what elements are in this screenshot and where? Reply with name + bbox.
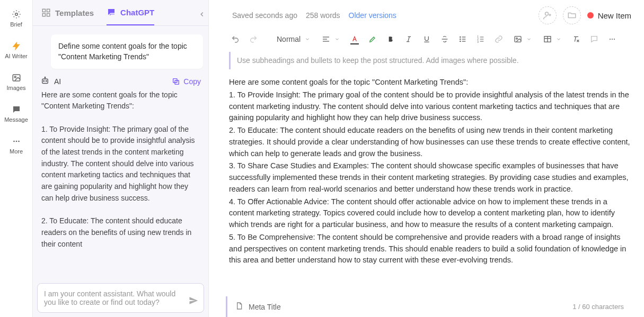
doc-paragraph: 2. To Educate: The content should educat… — [229, 125, 631, 159]
rail-ai-writer[interactable]: AI Writer — [0, 39, 32, 61]
saved-status: Saved seconds ago — [232, 11, 297, 20]
editor-topbar: Saved seconds ago 258 words Older versio… — [209, 0, 644, 26]
svg-point-4 — [15, 141, 17, 142]
add-collaborator-button[interactable] — [539, 6, 557, 24]
new-item-label: New Item — [598, 11, 631, 20]
table-insert-select[interactable] — [539, 35, 566, 43]
ai-label: AI — [54, 77, 61, 86]
rail-label: Images — [6, 85, 25, 91]
editor-pane: Saved seconds ago 258 words Older versio… — [209, 0, 644, 317]
meta-title-label: Meta Title — [249, 303, 281, 311]
doc-paragraph: Here are some content goals for the topi… — [229, 77, 631, 88]
chat-panel: Templates ChatGPT Define some content go… — [33, 0, 209, 317]
meta-title-row[interactable]: Meta Title 1 / 60 characters — [226, 296, 631, 317]
tab-label: ChatGPT — [120, 8, 154, 17]
bold-button[interactable] — [383, 32, 398, 47]
rail-label: More — [10, 148, 23, 155]
svg-point-2 — [14, 76, 16, 78]
svg-line-25 — [408, 37, 410, 41]
underline-button[interactable] — [419, 32, 434, 47]
robot-icon — [40, 76, 50, 87]
redo-button[interactable] — [246, 32, 261, 47]
svg-point-3 — [13, 141, 15, 142]
more-toolbar-button[interactable] — [605, 32, 620, 47]
chevron-down-icon — [526, 37, 532, 42]
meta-char-count: 1 / 60 characters — [572, 303, 624, 311]
word-count: 258 words — [306, 11, 340, 20]
user-message: Define some content goals for the topic … — [51, 34, 203, 69]
collapse-panel-button[interactable] — [195, 7, 209, 21]
doc-paragraph: 5. To Be Comprehensive: The content shou… — [229, 232, 631, 266]
doc-paragraph: 4. To Offer Actionable Advice: The conte… — [229, 196, 631, 231]
svg-point-29 — [460, 39, 461, 39]
svg-rect-9 — [47, 14, 50, 16]
link-button[interactable] — [491, 32, 506, 47]
copy-button[interactable]: Copy — [172, 77, 201, 86]
document-body[interactable]: Use subheadings and bullets to keep the … — [209, 52, 644, 292]
align-select[interactable] — [317, 35, 344, 43]
structure-hint: Use subheadings and bullets to keep the … — [229, 52, 631, 69]
document-icon — [235, 302, 243, 312]
chat-scroll[interactable]: Define some content goals for the topic … — [33, 26, 208, 281]
ai-message-header: AI Copy — [38, 76, 203, 87]
nav-rail: Brief AI Writer Images Message More — [0, 0, 33, 317]
italic-button[interactable] — [401, 32, 416, 47]
doc-paragraph: 3. To Share Case Studies and Examples: T… — [229, 160, 631, 195]
bullet-list-button[interactable] — [455, 32, 470, 47]
svg-rect-7 — [47, 9, 50, 12]
svg-point-12 — [46, 80, 47, 81]
undo-button[interactable] — [228, 32, 243, 47]
svg-point-14 — [45, 77, 46, 78]
svg-text:3: 3 — [477, 41, 479, 43]
comment-button[interactable] — [587, 32, 602, 47]
chat-tabs: Templates ChatGPT — [33, 0, 208, 26]
rail-more[interactable]: More — [0, 134, 32, 157]
tab-templates[interactable]: Templates — [41, 8, 94, 25]
new-item-button[interactable]: New Item — [587, 11, 631, 20]
rail-message[interactable]: Message — [0, 103, 32, 125]
svg-point-0 — [15, 13, 17, 16]
svg-point-45 — [610, 39, 611, 40]
add-folder-button[interactable] — [563, 6, 581, 24]
tab-chatgpt[interactable]: ChatGPT — [107, 7, 154, 25]
ai-message: Here are some content goals for the topi… — [38, 87, 203, 252]
rail-label: Message — [4, 116, 28, 123]
chat-input-placeholder: I am your content assistant. What would … — [44, 289, 182, 306]
chevron-down-icon — [305, 37, 310, 42]
svg-point-5 — [18, 141, 20, 142]
rail-images[interactable]: Images — [0, 71, 32, 93]
numbered-list-button[interactable]: 123 — [473, 32, 488, 47]
image-insert-select[interactable] — [509, 35, 536, 43]
chevron-down-icon — [334, 37, 340, 42]
rail-brief[interactable]: Brief — [0, 7, 32, 30]
paragraph-style-label: Normal — [277, 35, 301, 43]
strikethrough-button[interactable] — [437, 32, 452, 47]
svg-point-11 — [43, 80, 45, 81]
status-dot-icon — [587, 12, 594, 19]
send-icon[interactable] — [189, 296, 198, 307]
svg-rect-8 — [42, 14, 45, 16]
svg-point-46 — [612, 39, 613, 40]
svg-point-41 — [516, 38, 518, 39]
rail-label: AI Writer — [5, 53, 28, 59]
tab-label: Templates — [55, 8, 94, 17]
svg-rect-6 — [42, 9, 45, 12]
rail-label: Brief — [10, 21, 22, 28]
svg-point-17 — [545, 12, 548, 15]
highlight-button[interactable] — [365, 32, 380, 47]
copy-label: Copy — [183, 77, 201, 86]
paragraph-style-select[interactable]: Normal — [272, 35, 314, 43]
clear-format-button[interactable] — [569, 32, 584, 47]
chevron-down-icon — [556, 37, 561, 42]
svg-point-30 — [460, 41, 461, 41]
svg-point-47 — [614, 39, 615, 40]
doc-paragraph: 1. To Provide Insight: The primary goal … — [229, 89, 631, 124]
older-versions-link[interactable]: Older versions — [349, 11, 396, 20]
svg-point-28 — [460, 37, 461, 37]
text-color-button[interactable] — [347, 32, 362, 47]
chat-input[interactable]: I am your content assistant. What would … — [37, 283, 204, 313]
editor-toolbar: Normal 123 — [209, 26, 644, 52]
